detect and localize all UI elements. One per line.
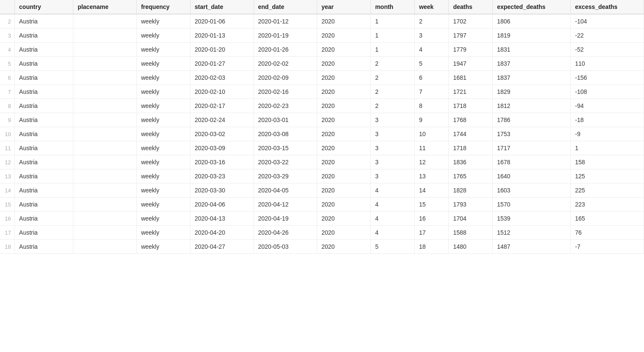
cell-end_date: 2020-01-12 [254, 14, 317, 29]
cell-excess_deaths: 125 [571, 169, 644, 183]
cell-month: 1 [371, 43, 415, 57]
cell-expected_deaths: 1837 [493, 71, 571, 85]
table-row: 4Austriaweekly2020-01-202020-01-26202014… [0, 43, 644, 57]
header-expected_deaths[interactable]: expected_deaths [493, 0, 571, 14]
cell-placename [73, 183, 137, 198]
header-start_date[interactable]: start_date [190, 0, 254, 14]
cell-placename [73, 29, 137, 43]
cell-frequency: weekly [136, 169, 190, 183]
cell-placename [73, 155, 137, 169]
cell-country: Austria [14, 99, 73, 113]
cell-expected_deaths: 1812 [493, 99, 571, 113]
cell-expected_deaths: 1539 [493, 212, 571, 226]
cell-frequency: weekly [136, 113, 190, 127]
cell-excess_deaths: 1 [571, 141, 644, 155]
cell-rownum: 6 [0, 71, 14, 85]
cell-placename [73, 198, 137, 212]
table-row: 14Austriaweekly2020-03-302020-04-0520204… [0, 183, 644, 198]
cell-deaths: 1836 [449, 155, 493, 169]
cell-month: 3 [371, 155, 415, 169]
cell-week: 3 [415, 29, 449, 43]
cell-week: 4 [415, 43, 449, 57]
cell-year: 2020 [317, 198, 371, 212]
cell-start_date: 2020-04-27 [190, 240, 254, 254]
cell-end_date: 2020-03-01 [254, 113, 317, 127]
cell-month: 3 [371, 113, 415, 127]
cell-end_date: 2020-03-08 [254, 127, 317, 141]
cell-end_date: 2020-03-15 [254, 141, 317, 155]
cell-week: 12 [415, 155, 449, 169]
cell-start_date: 2020-04-06 [190, 198, 254, 212]
cell-week: 14 [415, 183, 449, 198]
cell-month: 3 [371, 169, 415, 183]
cell-end_date: 2020-02-16 [254, 85, 317, 99]
cell-year: 2020 [317, 57, 371, 71]
cell-start_date: 2020-02-17 [190, 99, 254, 113]
cell-month: 5 [371, 240, 415, 254]
cell-excess_deaths: 225 [571, 183, 644, 198]
header-country[interactable]: country [14, 0, 73, 14]
header-deaths[interactable]: deaths [449, 0, 493, 14]
header-month[interactable]: month [371, 0, 415, 14]
cell-start_date: 2020-03-16 [190, 155, 254, 169]
cell-month: 1 [371, 29, 415, 43]
header-end_date[interactable]: end_date [254, 0, 317, 14]
cell-month: 2 [371, 71, 415, 85]
cell-rownum: 17 [0, 226, 14, 240]
table-container: country placename frequency start_date e… [0, 0, 644, 254]
cell-placename [73, 141, 137, 155]
cell-placename [73, 99, 137, 113]
cell-year: 2020 [317, 71, 371, 85]
cell-rownum: 4 [0, 43, 14, 57]
header-week[interactable]: week [415, 0, 449, 14]
cell-year: 2020 [317, 85, 371, 99]
cell-year: 2020 [317, 169, 371, 183]
cell-rownum: 10 [0, 127, 14, 141]
cell-year: 2020 [317, 43, 371, 57]
header-placename[interactable]: placename [73, 0, 137, 14]
cell-frequency: weekly [136, 29, 190, 43]
cell-month: 1 [371, 14, 415, 29]
table-row: 9Austriaweekly2020-02-242020-03-01202039… [0, 113, 644, 127]
cell-end_date: 2020-02-09 [254, 71, 317, 85]
cell-rownum: 16 [0, 212, 14, 226]
cell-year: 2020 [317, 240, 371, 254]
cell-excess_deaths: -52 [571, 43, 644, 57]
cell-expected_deaths: 1640 [493, 169, 571, 183]
table-row: 2Austriaweekly2020-01-062020-01-12202012… [0, 14, 644, 29]
cell-start_date: 2020-03-09 [190, 141, 254, 155]
cell-expected_deaths: 1603 [493, 183, 571, 198]
cell-excess_deaths: 165 [571, 212, 644, 226]
table-row: 6Austriaweekly2020-02-032020-02-09202026… [0, 71, 644, 85]
cell-month: 4 [371, 212, 415, 226]
header-year[interactable]: year [317, 0, 371, 14]
cell-country: Austria [14, 212, 73, 226]
cell-year: 2020 [317, 141, 371, 155]
cell-expected_deaths: 1831 [493, 43, 571, 57]
cell-week: 10 [415, 127, 449, 141]
cell-excess_deaths: -94 [571, 99, 644, 113]
table-row: 11Austriaweekly2020-03-092020-03-1520203… [0, 141, 644, 155]
cell-deaths: 1721 [449, 85, 493, 99]
cell-rownum: 7 [0, 85, 14, 99]
cell-placename [73, 43, 137, 57]
cell-placename [73, 71, 137, 85]
cell-expected_deaths: 1512 [493, 226, 571, 240]
table-row: 15Austriaweekly2020-04-062020-04-1220204… [0, 198, 644, 212]
cell-country: Austria [14, 85, 73, 99]
cell-excess_deaths: -22 [571, 29, 644, 43]
cell-country: Austria [14, 71, 73, 85]
cell-excess_deaths: -156 [571, 71, 644, 85]
cell-year: 2020 [317, 29, 371, 43]
header-excess_deaths[interactable]: excess_deaths [571, 0, 644, 14]
cell-start_date: 2020-01-13 [190, 29, 254, 43]
cell-placename [73, 113, 137, 127]
cell-country: Austria [14, 226, 73, 240]
cell-deaths: 1588 [449, 226, 493, 240]
cell-deaths: 1704 [449, 212, 493, 226]
data-table: country placename frequency start_date e… [0, 0, 644, 254]
cell-week: 11 [415, 141, 449, 155]
cell-deaths: 1797 [449, 29, 493, 43]
header-frequency[interactable]: frequency [136, 0, 190, 14]
cell-start_date: 2020-04-13 [190, 212, 254, 226]
